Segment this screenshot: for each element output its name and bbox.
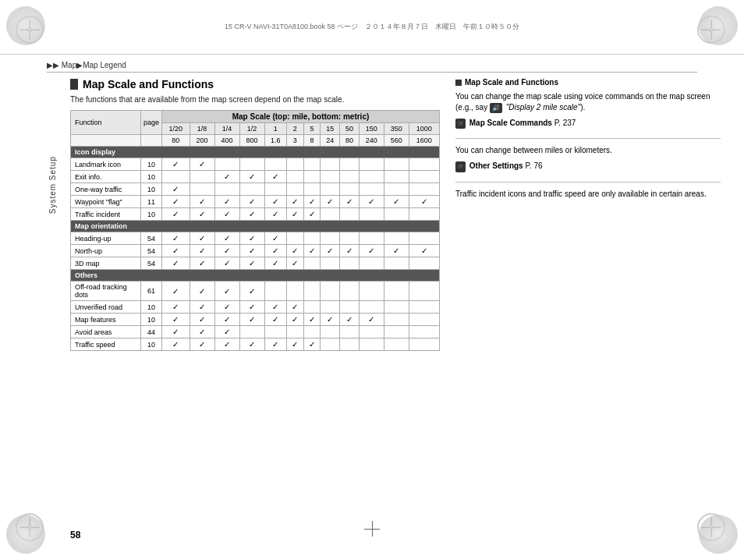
checkmark-icon: ✓ <box>272 210 278 218</box>
check-cell <box>321 171 340 183</box>
check-cell: ✓ <box>214 208 239 221</box>
table-row: 3D map54✓✓✓✓✓✓ <box>71 257 440 270</box>
col-150: 150 <box>359 123 384 135</box>
check-cell: ✓ <box>214 245 239 257</box>
checkmark-icon: ✓ <box>172 185 179 193</box>
check-cell <box>321 158 340 171</box>
check-cell <box>359 232 384 245</box>
table-row: Avoid areas44✓✓✓ <box>71 326 440 338</box>
right-panel-icon <box>455 80 462 86</box>
col-1: 1 <box>264 123 286 135</box>
check-cell <box>384 326 409 338</box>
check-cell: ✓ <box>214 257 239 270</box>
check-cell: ✓ <box>162 183 190 196</box>
checkmark-icon: ✓ <box>199 328 205 336</box>
check-cell <box>359 257 384 270</box>
checkmark-icon: ✓ <box>199 259 205 268</box>
check-cell: ✓ <box>286 301 303 314</box>
check-cell <box>190 183 214 196</box>
check-cell: ✓ <box>214 326 239 338</box>
check-cell: ✓ <box>264 338 286 351</box>
table-row: Traffic incident10✓✓✓✓✓✓✓ <box>71 208 440 221</box>
check-cell: ✓ <box>264 301 286 314</box>
check-cell: ✓ <box>264 314 286 326</box>
checkmark-icon: ✓ <box>199 303 205 311</box>
check-cell <box>303 301 321 314</box>
check-cell <box>384 171 409 183</box>
check-cell: ✓ <box>286 338 303 351</box>
check-cell <box>303 183 321 196</box>
check-cell: ✓ <box>239 301 264 314</box>
check-cell <box>321 326 340 338</box>
checkmark-icon: ✓ <box>172 210 179 218</box>
map-scale-table: Function page Map Scale (top: mile, bott… <box>70 110 440 351</box>
check-cell <box>321 257 340 270</box>
check-cell <box>321 301 340 314</box>
right-panel-traffic-text: Traffic incident icons and traffic speed… <box>455 189 721 200</box>
right-panel-divider <box>455 138 721 139</box>
checkmark-icon: ✓ <box>199 315 205 324</box>
system-setup-label: System Setup <box>48 156 57 214</box>
checkmark-icon: ✓ <box>224 246 230 255</box>
check-cell <box>239 326 264 338</box>
check-cell: ✓ <box>303 314 321 326</box>
check-cell: ✓ <box>239 338 264 351</box>
func-name: Unverified road <box>71 301 141 314</box>
check-cell: ✓ <box>340 314 360 326</box>
checkmark-icon: ✓ <box>393 197 399 206</box>
checkmark-icon: ✓ <box>249 234 255 243</box>
table-section-header: Map orientation <box>71 221 440 232</box>
func-page: 11 <box>141 196 162 208</box>
check-cell <box>264 183 286 196</box>
check-cell <box>340 257 360 270</box>
table-row: Heading-up54✓✓✓✓✓ <box>71 232 440 245</box>
check-cell <box>303 158 321 171</box>
check-cell <box>384 208 409 221</box>
check-cell: ✓ <box>190 208 214 221</box>
check-cell <box>409 232 439 245</box>
col-15: 15 <box>321 123 340 135</box>
checkmark-icon: ✓ <box>172 259 179 268</box>
checkmark-icon: ✓ <box>224 328 230 336</box>
check-cell <box>409 183 439 196</box>
checkmark-icon: ✓ <box>172 287 179 296</box>
main-content: Map Scale and Functions The functions th… <box>70 78 440 513</box>
right-panel-voice-text: You can change the map scale using voice… <box>455 91 721 113</box>
check-cell <box>359 326 384 338</box>
section-intro: The functions that are available from th… <box>70 95 440 104</box>
col-1000: 1000 <box>409 123 439 135</box>
check-cell <box>340 158 360 171</box>
check-cell: ✓ <box>264 171 286 183</box>
checkmark-icon: ✓ <box>346 246 353 255</box>
check-cell: ✓ <box>239 208 264 221</box>
table-row: One-way traffic10✓ <box>71 183 440 196</box>
checkmark-icon: ✓ <box>172 197 179 206</box>
checkmark-icon: ✓ <box>421 246 427 255</box>
check-cell <box>409 257 439 270</box>
check-cell: ✓ <box>162 314 190 326</box>
func-name: Exit info. <box>71 171 141 183</box>
check-cell: ✓ <box>264 257 286 270</box>
func-page: 10 <box>141 208 162 221</box>
checkmark-icon: ✓ <box>199 197 205 206</box>
check-cell: ✓ <box>239 232 264 245</box>
func-header: Function <box>71 111 141 135</box>
check-cell: ✓ <box>409 196 439 208</box>
checkmark-icon: ✓ <box>199 160 205 168</box>
check-cell: ✓ <box>162 208 190 221</box>
check-cell <box>286 232 303 245</box>
check-cell: ✓ <box>264 196 286 208</box>
checkmark-icon: ✓ <box>172 303 179 311</box>
checkmark-icon: ✓ <box>224 197 230 206</box>
func-page: 54 <box>141 257 162 270</box>
right-panel-title-text: Map Scale and Functions <box>465 78 558 87</box>
check-cell: ✓ <box>239 314 264 326</box>
checkmark-icon: ✓ <box>309 197 315 206</box>
check-cell <box>409 338 439 351</box>
check-cell <box>264 282 286 301</box>
checkmark-icon: ✓ <box>199 210 205 218</box>
func-name: Off-road tracking dots <box>71 282 141 301</box>
checkmark-icon: ✓ <box>249 172 255 181</box>
checkmark-icon: ✓ <box>199 234 205 243</box>
check-cell <box>321 282 340 301</box>
